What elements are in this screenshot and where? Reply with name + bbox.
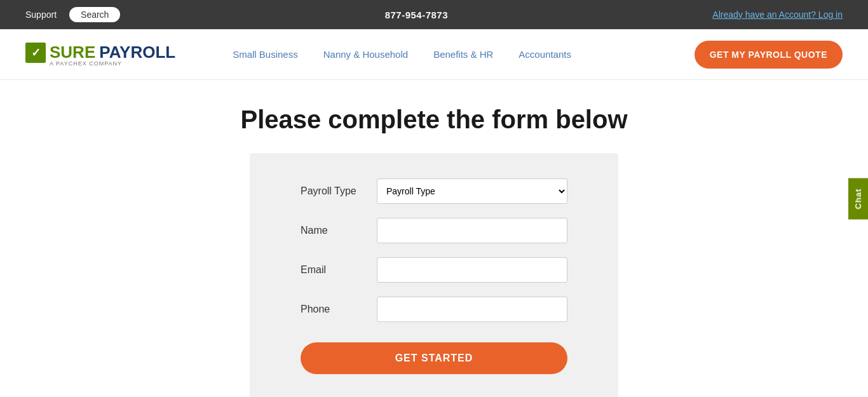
logo-sure: SURE xyxy=(50,43,95,62)
email-label: Email xyxy=(301,264,364,276)
payroll-type-select[interactable]: Payroll Type Small Business Nanny & Hous… xyxy=(377,178,567,204)
support-link[interactable]: Support xyxy=(25,10,57,20)
phone-input[interactable] xyxy=(377,297,567,322)
email-input[interactable] xyxy=(377,257,567,283)
payroll-type-row: Payroll Type Payroll Type Small Business… xyxy=(301,178,567,204)
nav-item-nanny-household[interactable]: Nanny & Household xyxy=(323,49,408,60)
form-container: Payroll Type Payroll Type Small Business… xyxy=(250,153,618,397)
nav-item-small-business[interactable]: Small Business xyxy=(233,49,298,60)
phone-label: Phone xyxy=(301,304,364,315)
name-input[interactable] xyxy=(377,218,567,243)
payroll-type-label: Payroll Type xyxy=(301,185,364,197)
top-bar: Support Search 877-954-7873 Already have… xyxy=(0,0,868,29)
email-row: Email xyxy=(301,257,567,283)
logo-sub: A PAYCHEX COMPANY xyxy=(50,60,175,67)
phone-row: Phone xyxy=(301,297,567,322)
nav-item-accountants[interactable]: Accountants xyxy=(519,49,571,60)
logo: SUREPAYROLL A PAYCHEX COMPANY xyxy=(25,43,175,67)
get-started-button[interactable]: GET STARTED xyxy=(301,342,567,374)
login-link[interactable]: Already have an Account? Log in xyxy=(712,10,843,20)
logo-check-icon xyxy=(25,43,46,63)
nav-bar: SUREPAYROLL A PAYCHEX COMPANY Small Busi… xyxy=(0,29,868,80)
top-bar-left: Support Search xyxy=(25,7,120,22)
get-quote-button[interactable]: GET MY PAYROLL QUOTE xyxy=(695,41,843,69)
logo-payroll: PAYROLL xyxy=(99,43,175,62)
phone-number: 877-954-7873 xyxy=(385,10,448,20)
name-row: Name xyxy=(301,218,567,243)
name-label: Name xyxy=(301,225,364,236)
page-title: Please complete the form below xyxy=(240,105,627,134)
search-button[interactable]: Search xyxy=(69,7,120,22)
nav-item-benefits-hr[interactable]: Benefits & HR xyxy=(433,49,493,60)
nav-links: Small Business Nanny & Household Benefit… xyxy=(233,49,675,60)
main-content: Please complete the form below Payroll T… xyxy=(0,80,868,397)
chat-button[interactable]: Chat xyxy=(848,178,868,219)
